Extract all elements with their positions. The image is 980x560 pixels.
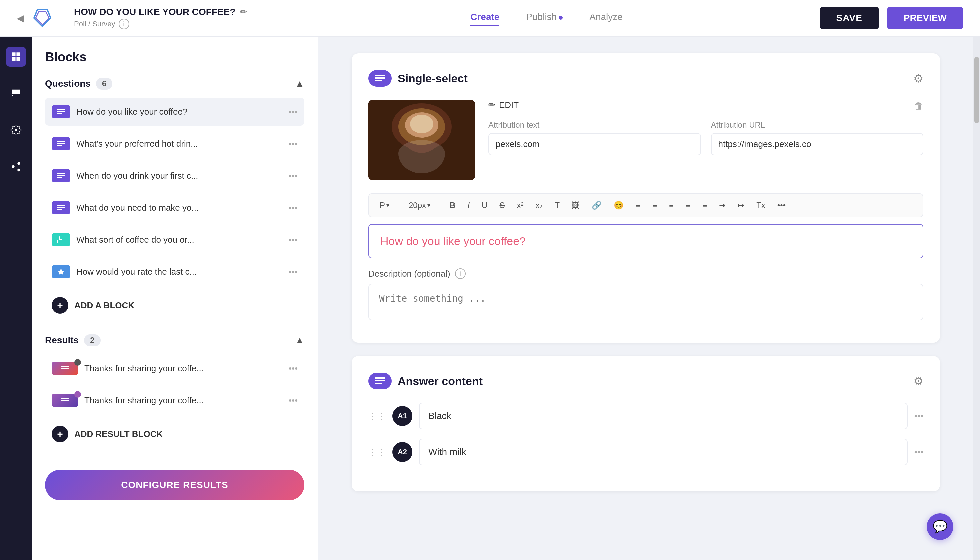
block-more-q2[interactable]: ••• bbox=[289, 139, 298, 149]
image-section: ✏ EDIT 🗑 Attribution text Attribution UR… bbox=[368, 100, 923, 180]
svg-point-6 bbox=[14, 129, 17, 132]
tab-analyze[interactable]: Analyze bbox=[589, 12, 623, 24]
right-scrollbar-thumb[interactable] bbox=[974, 57, 979, 123]
right-scrollbar[interactable] bbox=[973, 37, 980, 560]
toolbar-image-button[interactable]: 🖼 bbox=[567, 198, 584, 213]
add-block-button[interactable]: + ADD A BLOCK bbox=[45, 290, 304, 321]
svg-rect-13 bbox=[57, 173, 65, 174]
toolbar-superscript-button[interactable]: x² bbox=[512, 198, 528, 213]
questions-section-header: Questions 6 ▲ bbox=[45, 78, 304, 90]
sidebar-item-flag[interactable] bbox=[6, 83, 26, 103]
block-label-q6: How would you rate the last c... bbox=[76, 267, 283, 277]
toolbar-bold-button[interactable]: B bbox=[445, 198, 460, 213]
configure-results-button[interactable]: CONFIGURE RESULTS bbox=[45, 470, 304, 500]
results-collapse-button[interactable]: ▲ bbox=[295, 335, 304, 346]
block-more-q3[interactable]: ••• bbox=[289, 171, 298, 181]
svg-rect-8 bbox=[57, 111, 65, 112]
toolbar-textcolor-button[interactable]: T bbox=[550, 198, 564, 213]
answer-row-a2: ⋮⋮ A2 ••• bbox=[368, 439, 923, 465]
attribution-text-input[interactable] bbox=[488, 133, 701, 155]
block-item-q6[interactable]: How would you rate the last c... ••• bbox=[45, 258, 304, 286]
block-icon-q6 bbox=[52, 265, 70, 278]
save-button[interactable]: SAVE bbox=[820, 7, 879, 29]
description-label: Description (optional) i bbox=[368, 268, 923, 279]
chat-support-button[interactable]: 💬 bbox=[927, 513, 953, 540]
toolbar-link-button[interactable]: 🔗 bbox=[587, 198, 606, 213]
block-item-q4[interactable]: What do you need to make yo... ••• bbox=[45, 194, 304, 222]
toolbar-paragraph-button[interactable]: P ▾ bbox=[375, 198, 394, 213]
add-result-block-button[interactable]: + ADD RESULT BLOCK bbox=[45, 418, 304, 450]
sidebar-item-grid[interactable] bbox=[6, 47, 26, 67]
drag-handle-a1[interactable]: ⋮⋮ bbox=[368, 411, 386, 421]
block-label-q1: How do you like your coffee? bbox=[76, 107, 283, 117]
toolbar-more-button[interactable]: ••• bbox=[773, 198, 790, 213]
svg-rect-4 bbox=[12, 57, 15, 61]
svg-rect-3 bbox=[16, 52, 20, 56]
block-more-q4[interactable]: ••• bbox=[289, 203, 298, 213]
description-info-icon[interactable]: i bbox=[455, 268, 466, 279]
toolbar-ordered-list-button[interactable]: ≡ bbox=[648, 198, 662, 213]
toolbar-unordered-list-button[interactable]: ≡ bbox=[631, 198, 645, 213]
answer-more-a2[interactable]: ••• bbox=[914, 447, 923, 457]
toolbar-align-center-button[interactable]: ≡ bbox=[681, 198, 695, 213]
back-arrow-icon[interactable]: ◀ bbox=[17, 13, 24, 24]
answer-card-gear-icon[interactable]: ⚙ bbox=[913, 374, 923, 388]
answer-input-a2[interactable] bbox=[419, 439, 908, 465]
toolbar-clear-button[interactable]: Tx bbox=[752, 198, 770, 213]
toolbar-align-right-button[interactable]: ≡ bbox=[698, 198, 712, 213]
toolbar-subscript-button[interactable]: x₂ bbox=[531, 198, 547, 213]
block-item-q2[interactable]: What's your preferred hot drin... ••• bbox=[45, 130, 304, 158]
block-more-q5[interactable]: ••• bbox=[289, 235, 298, 245]
tab-create[interactable]: Create bbox=[470, 12, 499, 24]
pencil-icon: ✏ bbox=[488, 100, 496, 110]
block-more-q6[interactable]: ••• bbox=[289, 267, 298, 277]
sidebar-item-share[interactable] bbox=[6, 157, 26, 177]
preview-button[interactable]: PREVIEW bbox=[887, 7, 963, 29]
delete-image-button[interactable]: 🗑 bbox=[914, 100, 923, 111]
sidebar-item-settings[interactable] bbox=[6, 120, 26, 140]
survey-title: HOW DO YOU LIKE YOUR COFFEE? ✏ bbox=[74, 7, 247, 17]
toolbar-ltr-button[interactable]: ↦ bbox=[733, 198, 749, 213]
question-card-gear-icon[interactable]: ⚙ bbox=[913, 72, 923, 85]
toolbar-emoji-button[interactable]: 😊 bbox=[609, 198, 628, 213]
block-more-r1[interactable]: ••• bbox=[289, 363, 298, 374]
answer-input-a1[interactable] bbox=[419, 403, 908, 429]
answer-more-a1[interactable]: ••• bbox=[914, 411, 923, 421]
block-more-r2[interactable]: ••• bbox=[289, 395, 298, 406]
svg-rect-32 bbox=[375, 377, 385, 379]
answer-card-header: Answer content ⚙ bbox=[368, 373, 923, 389]
toolbar-fontsize-button[interactable]: 20px ▾ bbox=[404, 198, 435, 213]
add-result-label: ADD RESULT BLOCK bbox=[74, 429, 163, 439]
svg-rect-11 bbox=[57, 143, 65, 144]
block-label-q3: When do you drink your first c... bbox=[76, 171, 283, 181]
questions-collapse-button[interactable]: ▲ bbox=[295, 78, 304, 89]
block-item-r1[interactable]: Thanks for sharing your coffe... ••• bbox=[45, 354, 304, 382]
svg-rect-5 bbox=[16, 57, 20, 61]
edit-title-icon[interactable]: ✏ bbox=[240, 7, 247, 17]
description-input[interactable] bbox=[368, 284, 923, 320]
block-item-q5[interactable]: What sort of coffee do you or... ••• bbox=[45, 226, 304, 254]
toolbar-indent-button[interactable]: ⇥ bbox=[714, 198, 730, 213]
question-text-input[interactable] bbox=[368, 224, 923, 258]
svg-point-31 bbox=[410, 115, 433, 133]
edit-image-button[interactable]: ✏ EDIT bbox=[488, 100, 923, 110]
block-item-q1[interactable]: How do you like your coffee? ••• bbox=[45, 98, 304, 126]
subtitle-text: Poll / Survey bbox=[74, 20, 115, 28]
toolbar-underline-button[interactable]: U bbox=[477, 198, 492, 213]
svg-rect-25 bbox=[375, 77, 385, 79]
toolbar-strikethrough-button[interactable]: S bbox=[495, 198, 509, 213]
add-block-icon: + bbox=[52, 297, 68, 314]
svg-rect-7 bbox=[57, 109, 65, 110]
tab-publish[interactable]: Publish bbox=[526, 12, 563, 24]
drag-handle-a2[interactable]: ⋮⋮ bbox=[368, 447, 386, 457]
add-result-icon: + bbox=[52, 426, 68, 442]
toolbar-align-left-button[interactable]: ≡ bbox=[664, 198, 678, 213]
svg-rect-14 bbox=[57, 175, 65, 176]
block-item-r2[interactable]: Thanks for sharing your coffe... ••• bbox=[45, 386, 304, 414]
attribution-url-input[interactable] bbox=[711, 133, 924, 155]
block-icon-r2 bbox=[52, 394, 78, 407]
block-item-q3[interactable]: When do you drink your first c... ••• bbox=[45, 162, 304, 190]
subtitle-info-icon[interactable]: i bbox=[119, 19, 129, 29]
block-more-q1[interactable]: ••• bbox=[289, 107, 298, 117]
toolbar-italic-button[interactable]: I bbox=[463, 198, 474, 213]
